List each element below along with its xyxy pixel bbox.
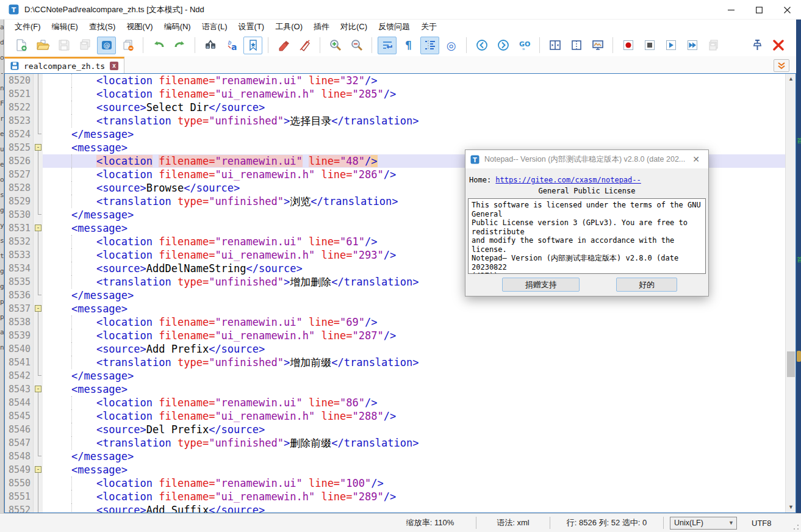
- bookmark-button[interactable]: [243, 37, 262, 54]
- close-window-button[interactable]: [769, 37, 788, 54]
- play-macro-button[interactable]: [661, 37, 680, 54]
- code-line[interactable]: 8524 </message>: [5, 128, 785, 141]
- code-line[interactable]: 8538 <location filename="renamewin.ui" l…: [5, 315, 785, 329]
- donate-button[interactable]: 捐赠支持: [502, 278, 580, 292]
- code-text[interactable]: </message>: [43, 450, 785, 463]
- code-line[interactable]: 8520 <location filename="renamewin.ui" l…: [5, 74, 785, 87]
- menu-item-s[interactable]: 查找(S): [84, 20, 121, 34]
- code-line[interactable]: 8549- <message>: [5, 463, 785, 476]
- replace-button[interactable]: ba: [222, 37, 241, 54]
- code-text[interactable]: <message>: [43, 383, 785, 396]
- code-text[interactable]: <location filename="renamewin.ui" line="…: [43, 315, 785, 329]
- compare-files-button[interactable]: [545, 37, 564, 54]
- code-line[interactable]: 8523 <translation type="unfinished">选择目录…: [5, 114, 785, 128]
- code-text[interactable]: </message>: [43, 128, 785, 141]
- format-at-button[interactable]: @: [97, 37, 116, 54]
- line-ending-select[interactable]: Unix(LF) ▼: [670, 517, 737, 530]
- code-text[interactable]: <source>Add Prefix</source>: [43, 342, 785, 356]
- code-text[interactable]: <location filename="ui_renamewin.h" line…: [43, 409, 785, 423]
- zoom-in-button[interactable]: [326, 37, 345, 54]
- fold-collapse-icon[interactable]: -: [35, 144, 41, 151]
- resize-grip[interactable]: [793, 524, 799, 530]
- code-line[interactable]: 8550 <location filename="renamewin.ui" l…: [5, 476, 785, 490]
- code-line[interactable]: 8551 <location filename="ui_renamewin.h"…: [5, 490, 785, 503]
- scroll-down-arrow[interactable]: ▼: [786, 502, 796, 512]
- save-file-button[interactable]: [54, 37, 73, 54]
- code-text[interactable]: <source>Add Suffix</source>: [43, 503, 785, 512]
- save-all-button[interactable]: [76, 37, 95, 54]
- code-text[interactable]: <message>: [43, 302, 785, 315]
- code-line[interactable]: 8539 <location filename="ui_renamewin.h"…: [5, 329, 785, 342]
- goto-line-button[interactable]: GO»: [515, 37, 534, 54]
- tab-realcompare-zh-ts[interactable]: realcompare_zh.ts x: [4, 57, 124, 73]
- fold-collapse-icon[interactable]: -: [35, 225, 41, 231]
- code-text[interactable]: <translation type="unfinished">增加前缀</tra…: [43, 356, 785, 369]
- code-text[interactable]: <source>Del Prefix</source>: [43, 423, 785, 436]
- minimize-button[interactable]: [717, 0, 745, 20]
- code-line[interactable]: 8552 <source>Add Suffix</source>: [5, 503, 785, 512]
- fold-margin[interactable]: -: [33, 221, 43, 235]
- indent-guide-button[interactable]: [420, 37, 439, 54]
- scrollbar-thumb[interactable]: [787, 351, 795, 377]
- zoom-out-button[interactable]: [347, 37, 366, 54]
- menu-item-l[interactable]: 语言(L): [196, 20, 233, 34]
- dialog-close-icon[interactable]: ✕: [689, 154, 703, 164]
- vertical-scrollbar[interactable]: ▲ ▼: [785, 74, 796, 512]
- fold-collapse-icon[interactable]: -: [35, 386, 41, 392]
- nav-back-button[interactable]: [472, 37, 491, 54]
- code-line[interactable]: 8547 <translation type="unfinished">删除前缀…: [5, 436, 785, 450]
- fold-margin[interactable]: -: [33, 302, 43, 315]
- menu-item-[interactable]: 关于: [415, 20, 442, 34]
- menu-item-t[interactable]: 设置(T): [233, 20, 270, 34]
- save-macro-button[interactable]: [704, 37, 723, 54]
- nav-forward-button[interactable]: [494, 37, 512, 54]
- code-line[interactable]: 8537- <message>: [5, 302, 785, 315]
- code-text[interactable]: <translation type="unfinished">删除前缀</tra…: [43, 436, 785, 450]
- code-text[interactable]: </message>: [43, 369, 785, 383]
- fold-margin[interactable]: -: [33, 383, 43, 396]
- undo-button[interactable]: [149, 37, 168, 54]
- maximize-button[interactable]: [745, 0, 773, 20]
- code-text[interactable]: <location filename="renamewin.ui" line="…: [43, 74, 785, 87]
- code-text[interactable]: <location filename="ui_renamewin.h" line…: [43, 87, 785, 101]
- mark-pen-button[interactable]: [274, 37, 293, 54]
- tab-close-icon[interactable]: x: [110, 62, 118, 70]
- tab-list-chevron-button[interactable]: [774, 59, 789, 72]
- code-text[interactable]: <location filename="renamewin.ui" line="…: [43, 396, 785, 409]
- code-text[interactable]: <location filename="renamewin.ui" line="…: [43, 476, 785, 490]
- find-button[interactable]: [201, 37, 220, 54]
- redo-button[interactable]: [170, 37, 189, 54]
- fold-margin[interactable]: -: [33, 463, 43, 476]
- code-line[interactable]: 8540 <source>Add Prefix</source>: [5, 342, 785, 356]
- code-text[interactable]: <location filename="ui_renamewin.h" line…: [43, 490, 785, 503]
- close-all-button[interactable]: [118, 37, 137, 54]
- code-line[interactable]: 8541 <translation type="unfinished">增加前缀…: [5, 356, 785, 369]
- menu-item-v[interactable]: 视图(V): [121, 20, 158, 34]
- play-macro-multi-button[interactable]: [683, 37, 702, 54]
- fold-collapse-icon[interactable]: -: [35, 305, 41, 312]
- menu-item-c[interactable]: 对比(C): [335, 20, 373, 34]
- code-line[interactable]: 8544 <location filename="renamewin.ui" l…: [5, 396, 785, 409]
- close-button[interactable]: [773, 0, 801, 20]
- stop-macro-button[interactable]: [640, 37, 659, 54]
- fold-margin[interactable]: -: [33, 141, 43, 154]
- clear-mark-button[interactable]: [295, 37, 314, 54]
- code-line[interactable]: 8542 </message>: [5, 369, 785, 383]
- code-text[interactable]: <location filename="ui_renamewin.h" line…: [43, 329, 785, 342]
- code-text[interactable]: <message>: [43, 463, 785, 476]
- menu-item-f[interactable]: 文件(F): [9, 20, 46, 34]
- scroll-up-arrow[interactable]: ▲: [786, 74, 796, 84]
- compare-split-button[interactable]: [567, 37, 586, 54]
- menu-item-e[interactable]: 编辑(E): [46, 20, 84, 34]
- new-file-button[interactable]: [12, 37, 31, 54]
- code-line[interactable]: 8522 <source>Select Dir</source>: [5, 101, 785, 114]
- fold-collapse-icon[interactable]: -: [35, 466, 41, 473]
- code-text[interactable]: <source>Select Dir</source>: [43, 101, 785, 114]
- code-line[interactable]: 8521 <location filename="ui_renamewin.h"…: [5, 87, 785, 101]
- code-line[interactable]: 8543- <message>: [5, 383, 785, 396]
- code-line[interactable]: 8545 <location filename="ui_renamewin.h"…: [5, 409, 785, 423]
- show-paragraph-button[interactable]: ¶: [399, 37, 418, 54]
- code-line[interactable]: 8548 </message>: [5, 450, 785, 463]
- menu-item-o[interactable]: 工具(O): [270, 20, 308, 34]
- menu-item-[interactable]: 插件: [308, 20, 335, 34]
